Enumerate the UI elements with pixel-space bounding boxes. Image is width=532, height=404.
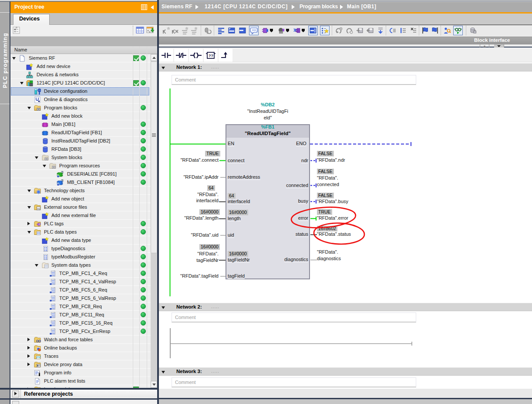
svg-text:01: 01 <box>37 207 40 210</box>
svg-text:??: ?? <box>209 54 213 58</box>
